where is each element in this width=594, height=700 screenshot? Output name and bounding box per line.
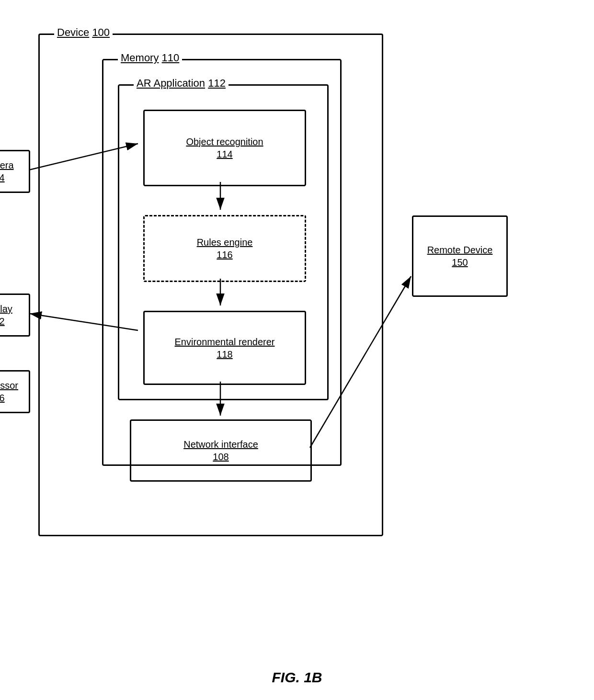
- remote-number: 150: [452, 257, 468, 268]
- memory-label-text: Memory: [121, 52, 159, 64]
- ar-app-number: 112: [208, 77, 226, 89]
- env-render-label: Environmental renderer: [175, 337, 275, 347]
- remote-device-box: Remote Device 150: [412, 215, 508, 297]
- obj-rec-title: Object recognition 114: [186, 135, 263, 160]
- ar-app-box: AR Application 112 Object recognition 11…: [118, 84, 329, 400]
- network-number: 108: [213, 452, 228, 462]
- device-box: Device 100 Camera 104 Display 102 Proces…: [38, 34, 383, 536]
- remote-label: Remote Device: [427, 245, 493, 255]
- env-render-number: 118: [217, 349, 232, 360]
- fig-label-text: FIG. 1B: [272, 669, 322, 685]
- network-box: Network interface 108: [130, 419, 312, 482]
- network-label: Network interface: [183, 439, 258, 450]
- display-title: Display 102: [0, 303, 12, 327]
- processor-title: Processor 106: [0, 379, 18, 404]
- env-render-box: Environmental renderer 118: [143, 311, 306, 385]
- device-label-text: Device: [57, 26, 89, 38]
- obj-rec-number: 114: [217, 149, 232, 159]
- obj-rec-box: Object recognition 114: [143, 110, 306, 186]
- memory-number: 110: [162, 52, 180, 64]
- camera-label: Camera: [0, 160, 14, 170]
- diagram: Device 100 Camera 104 Display 102 Proces…: [29, 14, 565, 637]
- display-number: 102: [0, 316, 5, 327]
- processor-box: Processor 106: [0, 370, 30, 413]
- rules-title: Rules engine 116: [197, 236, 253, 261]
- processor-number: 106: [0, 393, 5, 403]
- memory-box: Memory 110 AR Application 112 Object rec…: [102, 59, 342, 466]
- device-label: Device 100: [54, 26, 113, 39]
- processor-label: Processor: [0, 380, 18, 391]
- obj-rec-label: Object recognition: [186, 136, 263, 147]
- rules-box: Rules engine 116: [143, 215, 306, 282]
- figure-label: FIG. 1B: [272, 669, 322, 686]
- ar-app-label: AR Application 112: [134, 77, 228, 90]
- env-render-title: Environmental renderer 118: [175, 336, 275, 361]
- rules-number: 116: [217, 249, 232, 260]
- camera-box: Camera 104: [0, 150, 30, 193]
- memory-label: Memory 110: [118, 52, 182, 64]
- display-label: Display: [0, 304, 12, 314]
- remote-title: Remote Device 150: [427, 244, 493, 269]
- ar-app-label-text: AR Application: [137, 77, 205, 89]
- camera-title: Camera 104: [0, 159, 14, 184]
- device-number: 100: [92, 26, 110, 38]
- rules-label: Rules engine: [197, 237, 253, 248]
- camera-number: 104: [0, 172, 5, 183]
- network-title: Network interface 108: [183, 438, 258, 463]
- display-box: Display 102: [0, 294, 30, 337]
